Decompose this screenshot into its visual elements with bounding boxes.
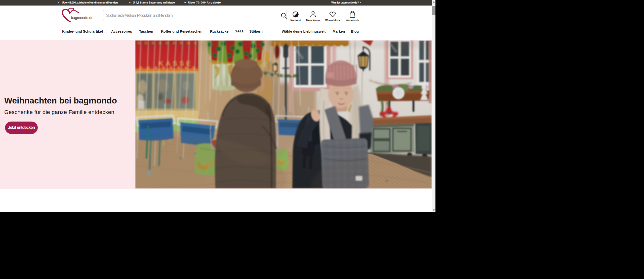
svg-text:KASSE: KASSE — [158, 60, 193, 67]
svg-text:bagmondo.de: bagmondo.de — [71, 15, 93, 20]
